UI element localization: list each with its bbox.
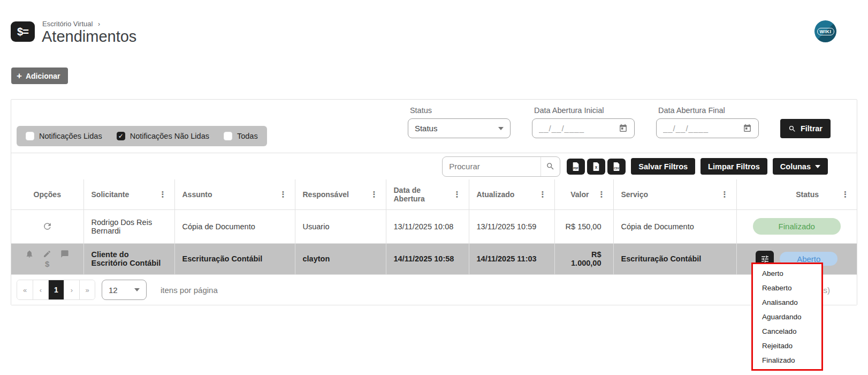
col-header-valor[interactable]: Valor⋮	[554, 179, 613, 209]
column-menu-icon[interactable]: ⋮	[159, 190, 167, 198]
checkbox-icon[interactable]: ✓	[117, 132, 125, 140]
column-menu-icon[interactable]: ⋮	[453, 190, 461, 198]
date-start-input[interactable]	[539, 124, 615, 133]
status-menu-item-aguardando[interactable]: Aguardando	[753, 310, 821, 324]
status-select[interactable]: Status	[408, 118, 511, 138]
next-page-button[interactable]: ›	[64, 280, 79, 299]
items-per-page-label: itens por página	[161, 286, 218, 295]
date-end-field: Data Abertura Final	[656, 106, 759, 138]
date-end-input[interactable]	[663, 124, 740, 133]
edit-pencil-icon[interactable]	[43, 250, 51, 258]
date-start-field: Data Abertura Inicial	[532, 106, 635, 138]
col-header-data-abertura[interactable]: Data de Abertura⋮	[386, 179, 469, 209]
col-header-responsavel[interactable]: Responsável⋮	[295, 179, 386, 209]
notification-bell-icon[interactable]	[25, 250, 34, 258]
search-icon[interactable]	[540, 157, 560, 176]
cell-servico: Cópia de Documento	[613, 209, 736, 243]
cell-solicitante: Rodrigo Dos Reis Bernardi	[83, 209, 174, 243]
cell-data-abertura: 14/11/2025 10:58	[386, 243, 469, 274]
wiki-badge[interactable]: WIKI	[814, 20, 836, 42]
table-header-row: Opções Solicitante⋮ Assunto⋮ Responsável…	[11, 179, 857, 209]
status-menu-item-reaberto[interactable]: Reaberto	[753, 281, 821, 295]
column-menu-icon[interactable]: ⋮	[721, 190, 729, 198]
page-size-select[interactable]: 12	[102, 280, 147, 300]
status-menu-item-cancelado[interactable]: Cancelado	[753, 324, 821, 339]
table-row: Rodrigo Dos Reis Bernardi Cópia de Docum…	[11, 209, 857, 243]
status-menu-item-rejeitado[interactable]: Rejeitado	[753, 339, 821, 353]
current-page-button[interactable]: 1	[48, 280, 64, 299]
filter-button[interactable]: Filtrar	[780, 119, 831, 138]
last-page-button[interactable]: »	[79, 280, 95, 299]
filter-row: Notificações Lidas ✓ Notificações Não Li…	[11, 100, 857, 153]
atendimentos-panel: Notificações Lidas ✓ Notificações Não Li…	[11, 99, 857, 305]
calendar-icon[interactable]	[619, 124, 628, 133]
cell-assunto: Cópia de Documento	[174, 209, 295, 243]
dollar-icon[interactable]: $	[45, 259, 49, 268]
cell-solicitante: Cliente do Escritório Contábil	[83, 243, 174, 274]
status-menu-item-aberto[interactable]: Aberto	[753, 266, 821, 281]
checkbox-label: Todas	[237, 132, 258, 140]
status-field: Status Status	[408, 106, 511, 138]
search-input[interactable]	[443, 162, 540, 171]
checkbox-label: Notificações Não Lidas	[130, 132, 209, 140]
calendar-icon[interactable]	[743, 124, 752, 133]
chevron-down-icon	[815, 165, 820, 168]
column-menu-icon[interactable]: ⋮	[279, 190, 287, 198]
status-select-value: Status	[415, 124, 438, 133]
pdf-icon-label: PDF	[574, 167, 578, 170]
col-header-assunto[interactable]: Assunto⋮	[174, 179, 295, 209]
chevron-down-icon	[134, 288, 140, 291]
columns-button[interactable]: Colunas	[773, 158, 828, 175]
cell-servico: Escrituração Contábil	[613, 243, 736, 274]
columns-button-label: Colunas	[780, 162, 811, 171]
export-pdf-button[interactable]: PDF	[567, 159, 585, 175]
column-menu-icon[interactable]: ⋮	[539, 190, 547, 198]
cell-valor: R$ 1.000,00	[554, 243, 613, 274]
notification-filter-group: Notificações Lidas ✓ Notificações Não Li…	[17, 126, 267, 146]
status-badge: Finalizado	[753, 218, 841, 235]
add-button-label: Adicionar	[26, 72, 60, 80]
prev-page-button[interactable]: ‹	[33, 280, 48, 299]
refresh-icon[interactable]	[19, 221, 76, 231]
col-header-opcoes: Opções	[11, 179, 83, 209]
csv-icon-label: CSV	[614, 167, 619, 170]
logo-dollar-icon: $=	[17, 26, 28, 38]
breadcrumb[interactable]: Escritório Virtual ›	[42, 20, 100, 28]
checkbox-icon[interactable]	[224, 132, 232, 140]
app-logo: $=	[11, 21, 35, 42]
col-header-atualizado[interactable]: Atualizado⋮	[469, 179, 554, 209]
first-page-button[interactable]: «	[17, 280, 33, 299]
column-menu-icon[interactable]: ⋮	[598, 190, 606, 198]
search-row: PDF X CSV Salvar Filtros Limpar Filtros …	[11, 153, 857, 179]
clear-filters-button[interactable]: Limpar Filtros	[701, 158, 767, 175]
search-box	[442, 156, 560, 177]
checkbox-notificacoes-lidas[interactable]: Notificações Lidas	[26, 132, 102, 140]
cell-atualizado: 14/11/2025 11:03	[469, 243, 554, 274]
save-filters-button[interactable]: Salvar Filtros	[631, 158, 695, 175]
clear-filters-label: Limpar Filtros	[708, 162, 760, 171]
comment-icon[interactable]	[60, 250, 69, 258]
chevron-down-icon	[498, 127, 504, 130]
plus-icon: +	[17, 71, 22, 80]
checkbox-notificacoes-nao-lidas[interactable]: ✓ Notificações Não Lidas	[117, 132, 209, 140]
column-menu-icon[interactable]: ⋮	[370, 190, 378, 198]
checkbox-todas[interactable]: Todas	[224, 132, 258, 140]
export-csv-button[interactable]: CSV	[607, 159, 626, 175]
breadcrumb-chevron-icon: ›	[98, 20, 100, 28]
column-menu-icon[interactable]: ⋮	[841, 190, 849, 198]
col-header-status[interactable]: Status⋮	[736, 179, 857, 209]
export-xls-button[interactable]: X	[587, 159, 605, 175]
add-button[interactable]: + Adicionar	[11, 68, 68, 84]
pager: « ‹ 1 › »	[17, 280, 95, 300]
status-menu-item-analisando[interactable]: Analisando	[753, 295, 821, 310]
cell-responsavel: Usuario	[295, 209, 386, 243]
cell-assunto: Escrituração Contábil	[174, 243, 295, 274]
col-header-solicitante[interactable]: Solicitante⋮	[83, 179, 174, 209]
cell-responsavel: clayton	[295, 243, 386, 274]
date-end-label: Data Abertura Final	[658, 106, 759, 115]
breadcrumb-link[interactable]: Escritório Virtual	[42, 20, 93, 28]
col-header-servico[interactable]: Serviço⋮	[613, 179, 736, 209]
status-menu-item-finalizado[interactable]: Finalizado	[753, 353, 821, 368]
checkbox-icon[interactable]	[26, 132, 34, 140]
status-dropdown-menu: Aberto Reaberto Analisando Aguardando Ca…	[751, 262, 823, 371]
